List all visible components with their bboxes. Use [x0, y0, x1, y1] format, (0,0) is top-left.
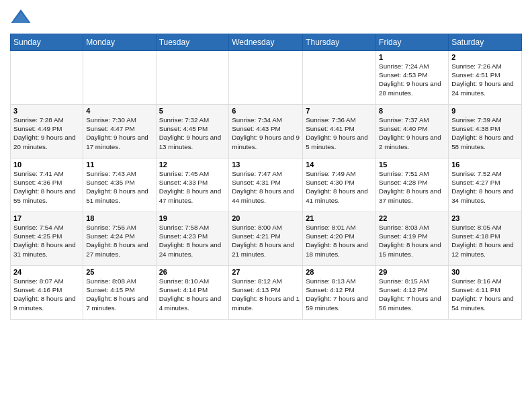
day-info: Sunrise: 7:43 AM Sunset: 4:35 PM Dayligh… — [86, 169, 152, 205]
calendar-cell: 30Sunrise: 8:16 AM Sunset: 4:11 PM Dayli… — [449, 266, 522, 320]
day-number: 5 — [159, 107, 226, 115]
day-number: 30 — [451, 268, 519, 276]
calendar-cell: 28Sunrise: 8:13 AM Sunset: 4:12 PM Dayli… — [303, 266, 376, 320]
calendar-week-5: 24Sunrise: 8:07 AM Sunset: 4:16 PM Dayli… — [11, 266, 522, 320]
day-info: Sunrise: 7:41 AM Sunset: 4:36 PM Dayligh… — [13, 169, 80, 205]
col-header-monday: Monday — [83, 34, 156, 51]
calendar-cell: 7Sunrise: 7:36 AM Sunset: 4:41 PM Daylig… — [303, 105, 376, 158]
day-info: Sunrise: 8:00 AM Sunset: 4:21 PM Dayligh… — [232, 223, 300, 259]
day-info: Sunrise: 8:16 AM Sunset: 4:11 PM Dayligh… — [451, 277, 519, 312]
calendar-week-4: 17Sunrise: 7:54 AM Sunset: 4:25 PM Dayli… — [11, 212, 522, 266]
day-number: 14 — [306, 161, 373, 169]
calendar-table: SundayMondayTuesdayWednesdayThursdayFrid… — [10, 34, 522, 320]
calendar-cell: 26Sunrise: 8:10 AM Sunset: 4:14 PM Dayli… — [156, 266, 229, 320]
calendar-cell: 23Sunrise: 8:05 AM Sunset: 4:18 PM Dayli… — [449, 212, 522, 266]
calendar-cell: 20Sunrise: 8:00 AM Sunset: 4:21 PM Dayli… — [229, 212, 303, 266]
calendar-cell: 1Sunrise: 7:24 AM Sunset: 4:53 PM Daylig… — [376, 51, 449, 105]
calendar-cell: 6Sunrise: 7:34 AM Sunset: 4:43 PM Daylig… — [229, 105, 303, 158]
day-info: Sunrise: 7:52 AM Sunset: 4:27 PM Dayligh… — [451, 169, 519, 205]
calendar-cell: 21Sunrise: 8:01 AM Sunset: 4:20 PM Dayli… — [303, 212, 376, 266]
header — [10, 7, 522, 28]
calendar-cell: 27Sunrise: 8:12 AM Sunset: 4:13 PM Dayli… — [229, 266, 303, 320]
day-info: Sunrise: 7:30 AM Sunset: 4:47 PM Dayligh… — [86, 116, 152, 151]
calendar-cell: 29Sunrise: 8:15 AM Sunset: 4:12 PM Dayli… — [376, 266, 449, 320]
day-number: 10 — [13, 161, 80, 169]
day-info: Sunrise: 7:58 AM Sunset: 4:23 PM Dayligh… — [159, 223, 226, 259]
day-info: Sunrise: 7:37 AM Sunset: 4:40 PM Dayligh… — [379, 116, 445, 151]
day-number: 28 — [306, 268, 373, 276]
col-header-tuesday: Tuesday — [156, 34, 229, 51]
calendar-cell — [229, 51, 303, 105]
day-number: 26 — [159, 268, 226, 276]
calendar-cell — [11, 51, 83, 105]
calendar-cell: 10Sunrise: 7:41 AM Sunset: 4:36 PM Dayli… — [11, 158, 83, 212]
calendar-week-1: 1Sunrise: 7:24 AM Sunset: 4:53 PM Daylig… — [11, 51, 522, 105]
day-number: 13 — [232, 161, 300, 169]
day-info: Sunrise: 8:03 AM Sunset: 4:19 PM Dayligh… — [379, 223, 445, 259]
calendar-cell: 13Sunrise: 7:47 AM Sunset: 4:31 PM Dayli… — [229, 158, 303, 212]
day-info: Sunrise: 7:32 AM Sunset: 4:45 PM Dayligh… — [159, 116, 226, 151]
day-info: Sunrise: 8:13 AM Sunset: 4:12 PM Dayligh… — [306, 277, 373, 312]
day-info: Sunrise: 7:28 AM Sunset: 4:49 PM Dayligh… — [13, 116, 80, 151]
calendar-cell: 12Sunrise: 7:45 AM Sunset: 4:33 PM Dayli… — [156, 158, 229, 212]
calendar-cell — [83, 51, 156, 105]
calendar-cell — [156, 51, 229, 105]
day-info: Sunrise: 7:54 AM Sunset: 4:25 PM Dayligh… — [13, 223, 80, 259]
day-info: Sunrise: 7:47 AM Sunset: 4:31 PM Dayligh… — [232, 169, 300, 205]
calendar-cell: 16Sunrise: 7:52 AM Sunset: 4:27 PM Dayli… — [449, 158, 522, 212]
day-number: 7 — [306, 107, 373, 115]
col-header-sunday: Sunday — [11, 34, 83, 51]
calendar-week-2: 3Sunrise: 7:28 AM Sunset: 4:49 PM Daylig… — [11, 105, 522, 158]
logo — [10, 7, 34, 28]
day-number: 24 — [13, 268, 80, 276]
day-number: 16 — [451, 161, 519, 169]
day-number: 6 — [232, 107, 300, 115]
col-header-saturday: Saturday — [449, 34, 522, 51]
day-info: Sunrise: 8:08 AM Sunset: 4:15 PM Dayligh… — [86, 277, 152, 312]
page: SundayMondayTuesdayWednesdayThursdayFrid… — [0, 0, 532, 411]
day-number: 17 — [13, 214, 80, 222]
logo-icon — [10, 7, 32, 28]
day-number: 15 — [379, 161, 445, 169]
day-number: 2 — [451, 53, 519, 61]
calendar-cell: 25Sunrise: 8:08 AM Sunset: 4:15 PM Dayli… — [83, 266, 156, 320]
day-info: Sunrise: 7:36 AM Sunset: 4:41 PM Dayligh… — [306, 116, 373, 151]
day-info: Sunrise: 8:07 AM Sunset: 4:16 PM Dayligh… — [13, 277, 80, 312]
day-number: 20 — [232, 214, 300, 222]
day-number: 22 — [379, 214, 445, 222]
day-number: 29 — [379, 268, 445, 276]
day-number: 19 — [159, 214, 226, 222]
day-info: Sunrise: 7:26 AM Sunset: 4:51 PM Dayligh… — [451, 62, 519, 97]
calendar-cell: 17Sunrise: 7:54 AM Sunset: 4:25 PM Dayli… — [11, 212, 83, 266]
day-number: 27 — [232, 268, 300, 276]
calendar-cell: 9Sunrise: 7:39 AM Sunset: 4:38 PM Daylig… — [449, 105, 522, 158]
day-number: 11 — [86, 161, 152, 169]
day-number: 18 — [86, 214, 152, 222]
calendar-cell: 8Sunrise: 7:37 AM Sunset: 4:40 PM Daylig… — [376, 105, 449, 158]
day-info: Sunrise: 8:05 AM Sunset: 4:18 PM Dayligh… — [451, 223, 519, 259]
calendar-header-row: SundayMondayTuesdayWednesdayThursdayFrid… — [11, 34, 522, 51]
calendar-cell — [303, 51, 376, 105]
day-number: 12 — [159, 161, 226, 169]
calendar-week-3: 10Sunrise: 7:41 AM Sunset: 4:36 PM Dayli… — [11, 158, 522, 212]
calendar-cell: 3Sunrise: 7:28 AM Sunset: 4:49 PM Daylig… — [11, 105, 83, 158]
calendar-cell: 14Sunrise: 7:49 AM Sunset: 4:30 PM Dayli… — [303, 158, 376, 212]
day-info: Sunrise: 7:24 AM Sunset: 4:53 PM Dayligh… — [379, 62, 445, 97]
day-info: Sunrise: 8:10 AM Sunset: 4:14 PM Dayligh… — [159, 277, 226, 312]
day-info: Sunrise: 7:49 AM Sunset: 4:30 PM Dayligh… — [306, 169, 373, 205]
calendar-cell: 19Sunrise: 7:58 AM Sunset: 4:23 PM Dayli… — [156, 212, 229, 266]
day-number: 4 — [86, 107, 152, 115]
day-number: 3 — [13, 107, 80, 115]
calendar-cell: 15Sunrise: 7:51 AM Sunset: 4:28 PM Dayli… — [376, 158, 449, 212]
day-number: 8 — [379, 107, 445, 115]
day-info: Sunrise: 7:56 AM Sunset: 4:24 PM Dayligh… — [86, 223, 152, 259]
calendar-cell: 2Sunrise: 7:26 AM Sunset: 4:51 PM Daylig… — [449, 51, 522, 105]
day-number: 1 — [379, 53, 445, 61]
calendar-cell: 11Sunrise: 7:43 AM Sunset: 4:35 PM Dayli… — [83, 158, 156, 212]
calendar-cell: 24Sunrise: 8:07 AM Sunset: 4:16 PM Dayli… — [11, 266, 83, 320]
day-number: 25 — [86, 268, 152, 276]
calendar-cell: 5Sunrise: 7:32 AM Sunset: 4:45 PM Daylig… — [156, 105, 229, 158]
day-info: Sunrise: 7:34 AM Sunset: 4:43 PM Dayligh… — [232, 116, 300, 151]
col-header-friday: Friday — [376, 34, 449, 51]
calendar-cell: 22Sunrise: 8:03 AM Sunset: 4:19 PM Dayli… — [376, 212, 449, 266]
